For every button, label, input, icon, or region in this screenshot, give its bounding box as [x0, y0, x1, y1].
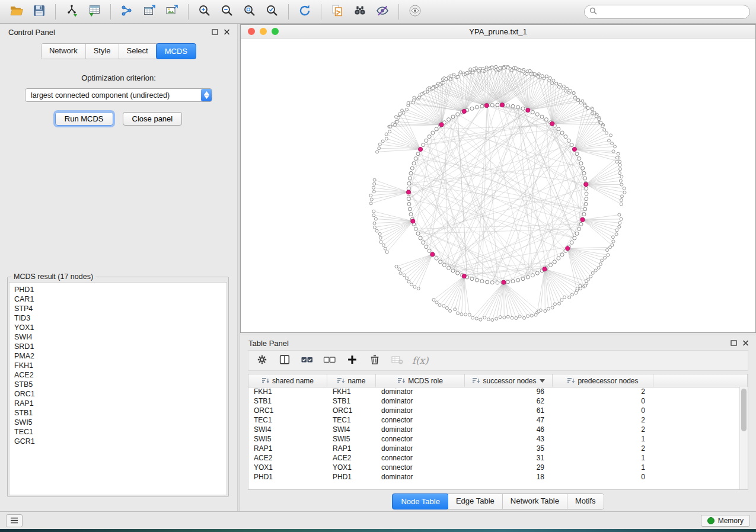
table-row[interactable]: YOX1 YOX1 connector 29 1	[248, 463, 740, 472]
network-canvas[interactable]	[241, 39, 755, 333]
mcds-result-list[interactable]: PHD1 CAR1 STP4 TID3 YOX1 SWI4 SRD1 PMA2 …	[9, 282, 227, 495]
memory-button[interactable]: Memory	[701, 515, 750, 527]
export-network-button[interactable]	[116, 2, 138, 21]
mcds-result-item[interactable]: YOX1	[9, 323, 227, 332]
node-table[interactable]: shared name name MCDS role successor nod…	[248, 374, 748, 490]
select-all-button[interactable]	[298, 352, 316, 369]
tab-style[interactable]: Style	[86, 44, 119, 59]
table-scrollbar[interactable]	[739, 387, 748, 489]
table-row[interactable]: ORC1 ORC1 dominator 61 0	[248, 406, 740, 415]
tab-network[interactable]: Network	[42, 44, 86, 59]
mcds-result-item[interactable]: ORC1	[9, 389, 227, 399]
table-row[interactable]: SWI4 SWI4 dominator 46 2	[248, 425, 740, 434]
apply-layout-button[interactable]	[294, 2, 315, 21]
table-row[interactable]: TEC1 TEC1 connector 47 2	[248, 415, 740, 425]
export-table-button[interactable]	[139, 2, 160, 21]
table-row[interactable]: FKH1 FKH1 dominator 96 2	[248, 387, 740, 396]
add-column-button[interactable]	[343, 352, 361, 369]
toolbar-separator	[188, 4, 189, 20]
tab-node-table[interactable]: Node Table	[392, 493, 449, 509]
quick-search[interactable]	[584, 5, 750, 19]
mcds-result-item[interactable]: SWI5	[9, 418, 227, 427]
cell-filler	[653, 472, 740, 482]
tab-edge-table[interactable]: Edge Table	[448, 494, 503, 509]
trash-icon	[368, 353, 381, 368]
float-panel-icon[interactable]	[212, 28, 218, 37]
cell-mcds-role: dominator	[376, 406, 465, 415]
sort-icon	[567, 377, 575, 384]
table-row[interactable]: SWI5 SWI5 connector 43 1	[248, 434, 740, 444]
mcds-result-item[interactable]: PMA2	[9, 351, 227, 361]
control-panel-tabs: Network Style Select MCDS	[41, 43, 196, 59]
show-columns-button[interactable]	[276, 352, 294, 369]
import-table-button[interactable]	[84, 2, 105, 21]
table-row[interactable]: STB1 STB1 dominator 62 0	[248, 396, 740, 406]
column-header-mcds-role[interactable]: MCDS role	[376, 374, 465, 387]
mcds-result-item[interactable]: STB1	[9, 408, 227, 418]
search-icon	[589, 7, 597, 17]
table-panel-tabs: Node Table Edge Table Network Table Moti…	[392, 493, 604, 509]
import-network-button[interactable]	[61, 2, 82, 21]
tab-mcds[interactable]: MCDS	[156, 43, 196, 59]
close-panel-icon[interactable]	[224, 28, 230, 37]
tab-motifs[interactable]: Motifs	[567, 494, 604, 509]
zoom-fit-button[interactable]	[239, 2, 260, 21]
zoom-out-button[interactable]	[216, 2, 238, 21]
open-session-button[interactable]	[6, 2, 27, 21]
cell-predecessor-nodes: 0	[553, 472, 653, 482]
show-graphics-button[interactable]	[404, 2, 426, 21]
network-view-window[interactable]: YPA_prune.txt_1	[240, 24, 756, 333]
zoom-in-button[interactable]	[194, 2, 215, 21]
hide-detail-button[interactable]	[372, 2, 393, 21]
mcds-result-item[interactable]: PHD1	[9, 285, 227, 294]
mcds-result-item[interactable]: STB5	[9, 380, 227, 389]
mcds-result-item[interactable]: ACE2	[9, 370, 227, 380]
mcds-result-item[interactable]: SRD1	[9, 342, 227, 351]
table-settings-button[interactable]	[253, 352, 271, 369]
cell-shared-name: YOX1	[248, 463, 327, 472]
mcds-result-item[interactable]: TID3	[9, 313, 227, 323]
clear-table-button[interactable]	[388, 352, 406, 369]
export-image-button[interactable]	[161, 2, 183, 21]
table-row[interactable]: ACE2 ACE2 connector 31 1	[248, 453, 740, 463]
table-row[interactable]: PHD1 PHD1 dominator 18 0	[248, 472, 740, 482]
zoom-selected-button[interactable]	[261, 2, 283, 21]
cell-successor-nodes: 62	[465, 396, 553, 406]
copy-share-button[interactable]	[327, 2, 348, 21]
search-network-button[interactable]	[349, 2, 371, 21]
mcds-result-item[interactable]: TEC1	[9, 427, 227, 437]
tab-select[interactable]: Select	[119, 44, 157, 59]
function-builder-button[interactable]: f(x)	[411, 355, 428, 366]
mcds-result-item[interactable]: FKH1	[9, 361, 227, 370]
cell-successor-nodes: 61	[465, 406, 553, 415]
column-header-shared-name[interactable]: shared name	[248, 374, 327, 387]
network-titlebar[interactable]: YPA_prune.txt_1	[241, 25, 755, 39]
mcds-result-item[interactable]: STP4	[9, 304, 227, 313]
scrollbar-thumb[interactable]	[741, 389, 747, 431]
cell-predecessor-nodes: 0	[553, 406, 653, 415]
close-panel-button[interactable]: Close panel	[123, 112, 183, 126]
mcds-result-item[interactable]: GCR1	[9, 437, 227, 446]
criterion-select[interactable]: largest connected component (undirected)	[25, 88, 212, 102]
cell-mcds-role: dominator	[376, 387, 465, 396]
mcds-result-item[interactable]: SWI4	[9, 332, 227, 342]
tab-network-table[interactable]: Network Table	[503, 494, 567, 509]
deselect-all-button[interactable]	[321, 352, 339, 369]
cell-shared-name: ACE2	[248, 453, 327, 463]
panel-menu-button[interactable]	[6, 514, 23, 527]
close-panel-icon[interactable]	[742, 339, 749, 348]
column-header-successor-nodes[interactable]: successor nodes	[465, 374, 553, 387]
mcds-result-item[interactable]: CAR1	[9, 294, 227, 304]
table-row[interactable]: RAP1 RAP1 dominator 35 2	[248, 444, 740, 453]
column-header-predecessor-nodes[interactable]: predecessor nodes	[553, 374, 653, 387]
search-input[interactable]	[600, 7, 745, 17]
column-header-name[interactable]: name	[327, 374, 376, 387]
float-panel-icon[interactable]	[731, 339, 737, 348]
run-mcds-button[interactable]: Run MCDS	[55, 112, 113, 126]
cell-mcds-role: dominator	[376, 444, 465, 453]
import-network-icon	[65, 4, 79, 20]
delete-column-button[interactable]	[366, 352, 384, 369]
memory-label: Memory	[718, 517, 744, 525]
mcds-result-item[interactable]: RAP1	[9, 399, 227, 408]
save-session-button[interactable]	[28, 2, 50, 21]
